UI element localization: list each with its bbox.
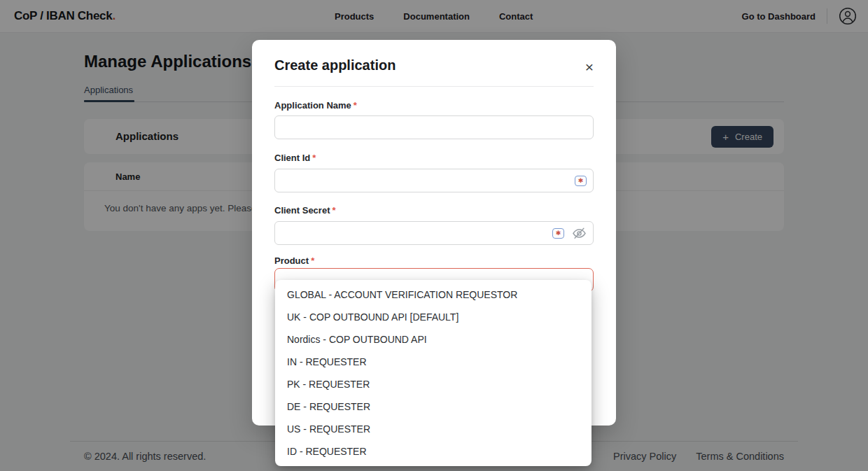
modal-title-divider — [274, 86, 594, 87]
password-manager-icon[interactable]: ✱ — [552, 228, 564, 239]
required-asterisk: * — [311, 255, 314, 266]
client-secret-field-wrap: ✱ — [274, 221, 594, 245]
client-secret-input-icons: ✱ — [552, 221, 587, 245]
dropdown-option[interactable]: ID - REQUESTER — [275, 440, 592, 463]
application-name-label: Application Name* — [274, 100, 357, 111]
create-application-modal: Create application × Application Name* C… — [252, 40, 616, 426]
dropdown-option[interactable]: Nordics - COP OUTBOUND API — [275, 328, 592, 351]
app-screen: CoP / IBAN Check. Products Documentation… — [0, 0, 868, 471]
dropdown-option[interactable]: UK - COP OUTBOUND API [DEFAULT] — [275, 306, 592, 328]
client-id-label-text: Client Id — [274, 153, 310, 163]
client-id-input-icons: ✱ — [575, 169, 587, 192]
application-name-input[interactable] — [274, 115, 594, 139]
required-asterisk: * — [332, 205, 335, 216]
dropdown-option[interactable]: PK - REQUESTER — [275, 373, 592, 395]
client-id-input[interactable] — [274, 169, 594, 192]
client-id-field-wrap: ✱ — [274, 169, 594, 192]
dropdown-option[interactable]: GLOBAL - ACCOUNT VERIFICATION REQUESTOR — [275, 283, 592, 306]
eye-slash-icon[interactable] — [572, 227, 587, 239]
password-manager-icon[interactable]: ✱ — [575, 176, 587, 186]
dropdown-option[interactable]: US - REQUESTER — [275, 418, 592, 440]
required-asterisk: * — [354, 100, 357, 111]
client-secret-input[interactable] — [274, 221, 594, 245]
client-secret-label: Client Secret* — [274, 205, 336, 216]
close-icon[interactable]: × — [582, 57, 596, 77]
dropdown-option[interactable]: DE - REQUESTER — [275, 395, 592, 418]
client-id-label: Client Id* — [274, 153, 316, 163]
modal-title: Create application — [274, 57, 396, 73]
required-asterisk: * — [312, 153, 316, 163]
application-name-label-text: Application Name — [274, 100, 351, 111]
client-secret-label-text: Client Secret — [274, 205, 330, 216]
product-dropdown-list: GLOBAL - ACCOUNT VERIFICATION REQUESTOR … — [275, 280, 592, 466]
product-label: Product* — [274, 255, 314, 266]
application-name-field-wrap — [274, 115, 594, 139]
dropdown-option[interactable]: IN - REQUESTER — [275, 351, 592, 373]
product-label-text: Product — [274, 255, 309, 266]
